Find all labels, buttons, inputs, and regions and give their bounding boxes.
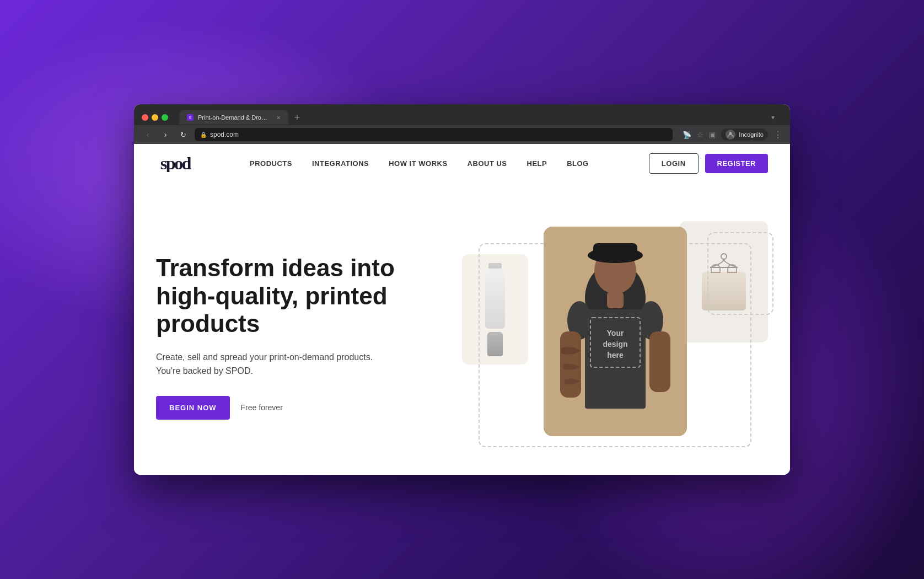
nav-link-blog[interactable]: BLOG (567, 159, 589, 168)
back-button[interactable]: ‹ (142, 130, 154, 139)
hero-subtitle: Create, sell and spread your print-on-de… (156, 350, 377, 378)
site-logo[interactable]: spod (156, 152, 222, 174)
url-text: spod.com (210, 131, 239, 138)
svg-rect-18 (607, 292, 624, 308)
tab-bar: S Print-on-Demand & Dropshipp... ✕ + (179, 110, 304, 125)
product-collage: Your design here (462, 221, 768, 453)
begin-now-button[interactable]: BEGIN NOW (156, 396, 230, 420)
new-tab-button[interactable]: + (291, 111, 304, 124)
hero-title: Transform ideas into high-quality, print… (156, 254, 440, 338)
nav-actions: LOGIN REGISTER (649, 153, 768, 174)
address-bar-row: ‹ › ↻ 🔒 spod.com 📡 ☆ ▣ Incog (134, 125, 790, 144)
website-content: spod PRODUCTS INTEGRATIONS HOW IT WORKS … (134, 144, 790, 475)
hero-cta: BEGIN NOW Free forever (156, 396, 440, 420)
tab-overflow-button[interactable]: ▾ (771, 114, 782, 121)
nav-link-about-us[interactable]: ABOUT US (468, 159, 507, 168)
nav-link-integrations[interactable]: INTEGRATIONS (312, 159, 369, 168)
address-bar[interactable]: 🔒 spod.com (195, 128, 673, 141)
close-window-button[interactable] (142, 114, 148, 121)
svg-text:Your: Your (606, 329, 624, 337)
svg-rect-8 (593, 243, 637, 260)
register-button[interactable]: REGISTER (705, 154, 768, 173)
svg-rect-13 (649, 331, 670, 392)
browser-menu-button[interactable]: ⋮ (773, 130, 782, 140)
free-label: Free forever (241, 403, 283, 412)
minimize-window-button[interactable] (152, 114, 158, 121)
refresh-button[interactable]: ↻ (177, 131, 189, 139)
hero-section: Transform ideas into high-quality, print… (134, 183, 790, 475)
dashed-border-small (707, 232, 773, 315)
browser-titlebar: S Print-on-Demand & Dropshipp... ✕ + ▾ (134, 104, 790, 125)
incognito-label: Incognito (739, 131, 764, 138)
bookmark-icon[interactable]: ☆ (697, 131, 703, 139)
tab-search-icon[interactable]: ▣ (709, 131, 716, 139)
browser-tab[interactable]: S Print-on-Demand & Dropshipp... ✕ (179, 110, 288, 125)
login-button[interactable]: LOGIN (649, 153, 699, 174)
nav-link-how-it-works[interactable]: HOW IT WORKS (389, 159, 447, 168)
tab-close-button[interactable]: ✕ (276, 115, 281, 121)
svg-text:spod: spod (160, 153, 192, 172)
browser-chrome: S Print-on-Demand & Dropshipp... ✕ + ▾ ‹… (134, 104, 790, 144)
tab-title: Print-on-Demand & Dropshipp... (198, 114, 270, 121)
incognito-area: Incognito (721, 128, 768, 141)
tab-favicon: S (187, 114, 194, 121)
traffic-lights (142, 114, 168, 121)
browser-action-buttons: 📡 ☆ ▣ Incognito ⋮ (683, 128, 782, 141)
maximize-window-button[interactable] (162, 114, 168, 121)
forward-button[interactable]: › (159, 130, 171, 139)
hero-left: Transform ideas into high-quality, print… (156, 254, 462, 420)
nav-link-products[interactable]: PRODUCTS (250, 159, 292, 168)
ssl-lock-icon: 🔒 (200, 132, 207, 138)
svg-text:design: design (603, 340, 627, 349)
nav-link-help[interactable]: HELP (527, 159, 547, 168)
cast-icon[interactable]: 📡 (683, 131, 691, 139)
site-navigation: spod PRODUCTS INTEGRATIONS HOW IT WORKS … (134, 144, 790, 183)
nav-links: PRODUCTS INTEGRATIONS HOW IT WORKS ABOUT… (250, 159, 649, 168)
main-product-image: Your design here (544, 227, 687, 436)
browser-window: S Print-on-Demand & Dropshipp... ✕ + ▾ ‹… (134, 104, 790, 475)
incognito-avatar (726, 130, 735, 140)
svg-text:here: here (607, 351, 624, 360)
hero-right: Your design here (462, 221, 768, 453)
